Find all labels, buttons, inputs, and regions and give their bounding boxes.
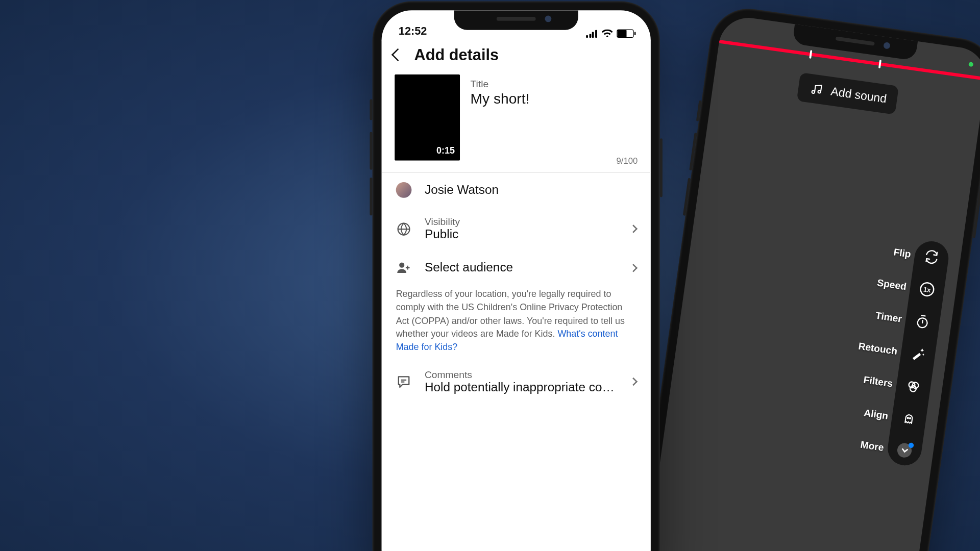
shorts-camera-screen: Add sound Flip Speed 1x Timer — [644, 14, 980, 551]
coppa-disclaimer: Regardless of your location, you're lega… — [382, 285, 651, 360]
tool-speed[interactable]: Speed 1x — [909, 279, 945, 299]
camera-active-indicator — [968, 62, 973, 67]
visibility-value: Public — [425, 227, 618, 241]
chevron-right-icon — [629, 378, 638, 386]
camera-phone-mockup: Add sound Flip Speed 1x Timer — [633, 4, 980, 551]
account-name: Josie Watson — [425, 183, 499, 197]
page-title: Add details — [414, 45, 499, 64]
tool-retouch[interactable]: Retouch — [900, 344, 936, 364]
camera-tool-rail: Flip Speed 1x Timer Retouch — [886, 239, 951, 468]
title-input[interactable]: My short! — [471, 91, 638, 108]
phone-notch — [454, 10, 578, 30]
notification-dot — [908, 442, 914, 448]
details-phone-mockup: 12:52 Add details 0:15 Title — [373, 1, 660, 551]
audience-label: Select audience — [425, 261, 618, 275]
tool-more[interactable]: More — [887, 441, 922, 460]
svg-point-6 — [908, 417, 909, 418]
comments-value: Hold potentially inappropriate com... — [425, 380, 618, 394]
tool-flip[interactable]: Flip — [914, 247, 949, 267]
video-thumbnail[interactable]: 0:15 — [395, 74, 460, 161]
svg-point-0 — [812, 90, 815, 93]
svg-point-1 — [818, 90, 821, 93]
chevron-right-icon — [629, 263, 638, 271]
char-counter: 9/100 — [617, 156, 638, 166]
visibility-row[interactable]: Visibility Public — [382, 207, 651, 251]
flip-icon — [923, 248, 941, 266]
magic-wand-icon — [909, 345, 927, 363]
title-label: Title — [471, 78, 638, 89]
chevron-down-icon — [896, 442, 913, 459]
chevron-right-icon — [629, 224, 638, 233]
video-duration: 0:15 — [436, 145, 455, 155]
comment-icon — [396, 374, 412, 390]
audience-row[interactable]: Select audience — [382, 251, 651, 285]
add-sound-label: Add sound — [830, 84, 888, 106]
comments-row[interactable]: Comments Hold potentially inappropriate … — [382, 360, 651, 404]
status-time: 12:52 — [399, 24, 427, 38]
globe-icon — [396, 221, 412, 237]
add-details-screen: 12:52 Add details 0:15 Title — [382, 10, 651, 551]
account-row: Josie Watson — [382, 173, 651, 207]
speed-icon: 1x — [918, 281, 936, 298]
tool-timer[interactable]: Timer — [904, 312, 940, 332]
wifi-icon — [602, 29, 613, 38]
tool-align[interactable]: Align — [891, 409, 927, 429]
svg-point-7 — [910, 418, 911, 419]
music-note-icon — [808, 80, 826, 98]
people-icon — [396, 260, 412, 276]
svg-point-9 — [399, 262, 404, 267]
add-sound-button[interactable]: Add sound — [797, 72, 899, 115]
tool-filters[interactable]: Filters — [896, 376, 932, 396]
cellular-signal-icon — [586, 30, 598, 37]
title-section: 0:15 Title My short! 9/100 — [382, 74, 651, 173]
ghost-icon — [900, 410, 918, 428]
avatar — [396, 182, 412, 198]
filters-icon — [904, 378, 922, 395]
back-button[interactable] — [391, 48, 404, 61]
battery-icon — [617, 29, 633, 38]
timer-icon — [914, 313, 932, 331]
